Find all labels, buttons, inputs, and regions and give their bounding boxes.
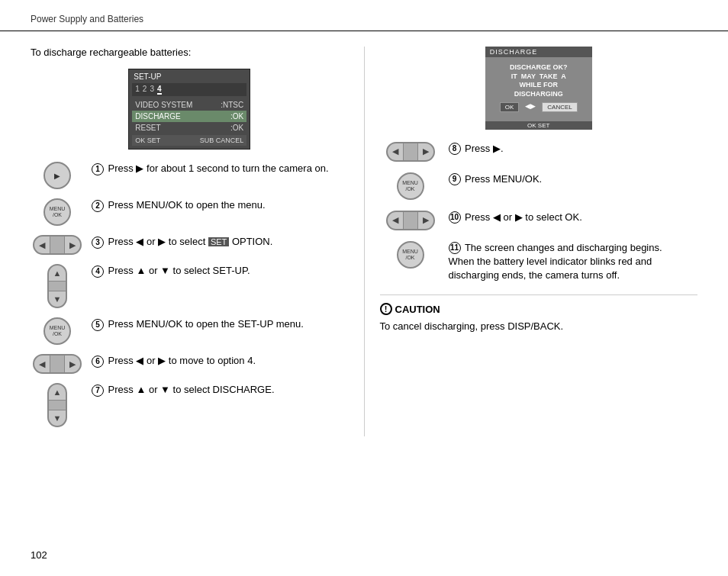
header-title: Power Supply and Batteries (31, 14, 143, 24)
page-number: 102 (31, 549, 47, 561)
play-button-icon: ▶ (43, 162, 71, 189)
setup-tab-4: 4 (157, 85, 162, 95)
discharge-title-bar: DISCHARGE (485, 47, 592, 57)
intro-text: To discharge rechargeable batteries: (31, 47, 349, 58)
caution-box: ! CAUTION To cancel discharging, press D… (380, 294, 698, 333)
setup-row-video: VIDEO SYSTEM:NTSC (132, 99, 246, 111)
discharge-cancel-btn: CANCEL (542, 102, 577, 112)
step-4-icon: ▲ ▼ (31, 264, 84, 308)
discharge-footer: OK SET (485, 121, 592, 130)
step-6-text: 6 Press ◀ or ▶ to move to option 4. (92, 354, 349, 368)
setup-row-discharge: DISCHARGE:OK (132, 111, 246, 122)
step-10-text: 10 Press ◀ or ▶ to select OK. (449, 211, 698, 224)
step-10-row: ◀ ▶ 10 Press ◀ or ▶ to select OK. (380, 211, 698, 230)
left-column: To discharge rechargeable batteries: SET… (31, 47, 364, 436)
step-4-row: ▲ ▼ 4 Press ▲ or ▼ to select SET-UP. (31, 264, 349, 308)
discharge-ok-btn: OK (500, 102, 520, 112)
setup-footer: OK SET SUB CANCEL (132, 135, 246, 146)
right-column: DISCHARGE DISCHARGE OK?IT MAY TAKE AWHIL… (364, 47, 698, 436)
step-3-row: ◀ ▶ 3 Press ◀ or ▶ to select SET OPTION. (31, 235, 349, 255)
ud-dpad-icon-4: ▲ ▼ (47, 264, 67, 308)
step-1-row: ▶ 1 Press ▶ for about 1 second to turn t… (31, 162, 349, 189)
step-5-icon: MENU /OK (31, 317, 84, 345)
menu-ok-icon-11: MENU /OK (397, 241, 424, 269)
setup-tab-1: 1 (135, 85, 140, 95)
discharge-buttons: OK ◀▶ CANCEL (490, 102, 588, 112)
ud-dpad-icon-7: ▲ ▼ (47, 383, 67, 427)
step-3-text: 3 Press ◀ or ▶ to select SET OPTION. (92, 235, 349, 249)
step-4-text: 4 Press ▲ or ▼ to select SET-UP. (92, 264, 349, 278)
step-6-row: ◀ ▶ 6 Press ◀ or ▶ to move to option 4. (31, 354, 349, 374)
discharge-dialog-screenshot: DISCHARGE DISCHARGE OK?IT MAY TAKE AWHIL… (485, 47, 592, 130)
lr-dpad-icon-8: ◀ ▶ (386, 142, 435, 162)
step-1-text: 1 Press ▶ for about 1 second to turn the… (92, 162, 349, 175)
step-8-row: ◀ ▶ 8 Press ▶. (380, 142, 698, 162)
lr-dpad-icon-3: ◀ ▶ (33, 235, 82, 255)
setup-tabs: 1 2 3 4 (132, 83, 246, 96)
caution-icon: ! (380, 303, 392, 315)
step-11-text: 11 The screen changes and discharging be… (449, 241, 698, 283)
step-8-icon: ◀ ▶ (380, 142, 441, 162)
step-1-icon: ▶ (31, 162, 84, 189)
setup-menu-screenshot: SET-UP 1 2 3 4 VIDEO SYSTEM:NTSC DISCHAR… (128, 69, 250, 150)
page-content: To discharge rechargeable batteries: SET… (0, 31, 728, 452)
step-2-icon: MENU /OK (31, 198, 84, 226)
setup-tab-2: 2 (143, 85, 147, 95)
step-9-row: MENU /OK 9 Press MENU/OK. (380, 172, 698, 200)
step-9-text: 9 Press MENU/OK. (449, 172, 698, 186)
step-5-text: 5 Press MENU/OK to open the SET-UP menu. (92, 317, 349, 331)
step-11-icon: MENU /OK (380, 241, 441, 269)
caution-text: To cancel discharging, press DISP/BACK. (380, 320, 698, 333)
discharge-content: DISCHARGE OK?IT MAY TAKE AWHILE FORDISCH… (485, 57, 592, 121)
step-7-icon: ▲ ▼ (31, 383, 84, 427)
caution-title: ! CAUTION (380, 303, 698, 315)
setup-menu-title: SET-UP (132, 72, 246, 81)
lr-dpad-icon-6: ◀ ▶ (33, 354, 82, 374)
step-5-row: MENU /OK 5 Press MENU/OK to open the SET… (31, 317, 349, 345)
step-9-icon: MENU /OK (380, 172, 441, 200)
discharge-question: DISCHARGE OK?IT MAY TAKE AWHILE FORDISCH… (490, 63, 588, 99)
menu-ok-icon-5: MENU /OK (43, 317, 71, 345)
step-8-text: 8 Press ▶. (449, 142, 698, 156)
page-header: Power Supply and Batteries (0, 0, 728, 31)
step-2-text: 2 Press MENU/OK to open the menu. (92, 198, 349, 212)
step-7-text: 7 Press ▲ or ▼ to select DISCHARGE. (92, 383, 349, 397)
step-6-icon: ◀ ▶ (31, 354, 84, 374)
step-11-row: MENU /OK 11 The screen changes and disch… (380, 241, 698, 283)
step-7-row: ▲ ▼ 7 Press ▲ or ▼ to select DISCHARGE. (31, 383, 349, 427)
menu-ok-icon-2: MENU /OK (43, 198, 71, 226)
step-3-icon: ◀ ▶ (31, 235, 84, 255)
menu-ok-icon-9: MENU /OK (397, 172, 424, 200)
setup-row-reset: RESET:OK (132, 122, 246, 134)
step-2-row: MENU /OK 2 Press MENU/OK to open the men… (31, 198, 349, 226)
setup-tab-3: 3 (150, 85, 154, 95)
caution-title-text: CAUTION (395, 304, 440, 315)
step-10-icon: ◀ ▶ (380, 211, 441, 230)
lr-dpad-icon-10: ◀ ▶ (386, 211, 435, 230)
